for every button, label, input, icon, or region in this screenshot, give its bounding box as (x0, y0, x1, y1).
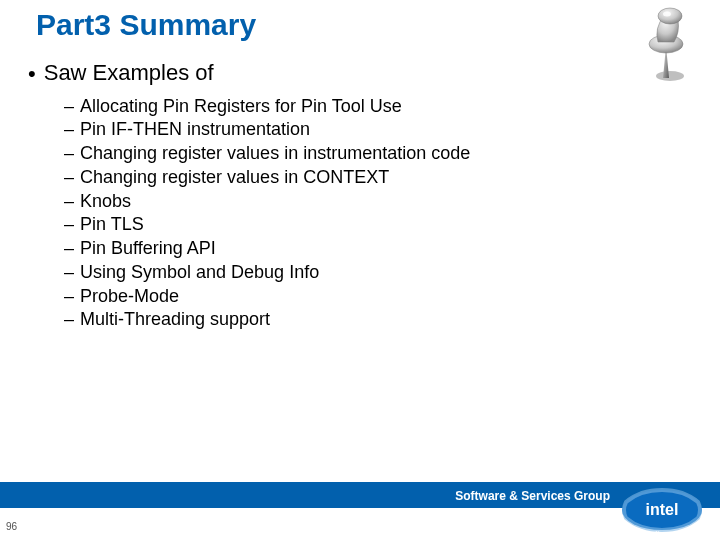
slide-number: 96 (6, 521, 17, 532)
slide-title: Part3 Summary (36, 8, 256, 42)
list-item-text: Multi-Threading support (80, 308, 270, 332)
dash-icon: – (64, 308, 74, 332)
dash-icon: – (64, 190, 74, 214)
dash-icon: – (64, 95, 74, 119)
list-item-text: Knobs (80, 190, 131, 214)
intel-logo-icon: intel Software (620, 488, 704, 538)
bullet-dot: • (28, 60, 36, 89)
list-item: –Pin TLS (64, 213, 680, 237)
content-area: • Saw Examples of –Allocating Pin Regist… (28, 60, 680, 332)
list-item: –Multi-Threading support (64, 308, 680, 332)
list-item-text: Changing register values in instrumentat… (80, 142, 470, 166)
dash-icon: – (64, 261, 74, 285)
list-item: –Pin IF-THEN instrumentation (64, 118, 680, 142)
list-item: –Pin Buffering API (64, 237, 680, 261)
svg-point-3 (663, 12, 671, 17)
dash-icon: – (64, 285, 74, 309)
list-item: –Changing register values in CONTEXT (64, 166, 680, 190)
svg-point-2 (658, 8, 682, 24)
dash-icon: – (64, 213, 74, 237)
list-item-text: Pin Buffering API (80, 237, 216, 261)
list-item-text: Changing register values in CONTEXT (80, 166, 389, 190)
dash-icon: – (64, 118, 74, 142)
logo-sub-text: Software (644, 529, 680, 538)
list-item-text: Pin TLS (80, 213, 144, 237)
bullet-level1: • Saw Examples of (28, 60, 680, 89)
slide: Part3 Summary • (0, 0, 720, 540)
dash-icon: – (64, 237, 74, 261)
footer-group-label: Software & Services Group (455, 489, 610, 503)
dash-icon: – (64, 166, 74, 190)
list-item: –Using Symbol and Debug Info (64, 261, 680, 285)
dash-icon: – (64, 142, 74, 166)
list-item-text: Using Symbol and Debug Info (80, 261, 319, 285)
list-item: –Probe-Mode (64, 285, 680, 309)
bullet-level1-text: Saw Examples of (44, 60, 214, 86)
list-item-text: Pin IF-THEN instrumentation (80, 118, 310, 142)
footer-bar (0, 482, 720, 508)
bullet-level2-list: –Allocating Pin Registers for Pin Tool U… (64, 95, 680, 333)
list-item: –Changing register values in instrumenta… (64, 142, 680, 166)
list-item-text: Allocating Pin Registers for Pin Tool Us… (80, 95, 402, 119)
list-item: –Allocating Pin Registers for Pin Tool U… (64, 95, 680, 119)
logo-brand-text: intel (646, 501, 679, 518)
list-item: –Knobs (64, 190, 680, 214)
list-item-text: Probe-Mode (80, 285, 179, 309)
